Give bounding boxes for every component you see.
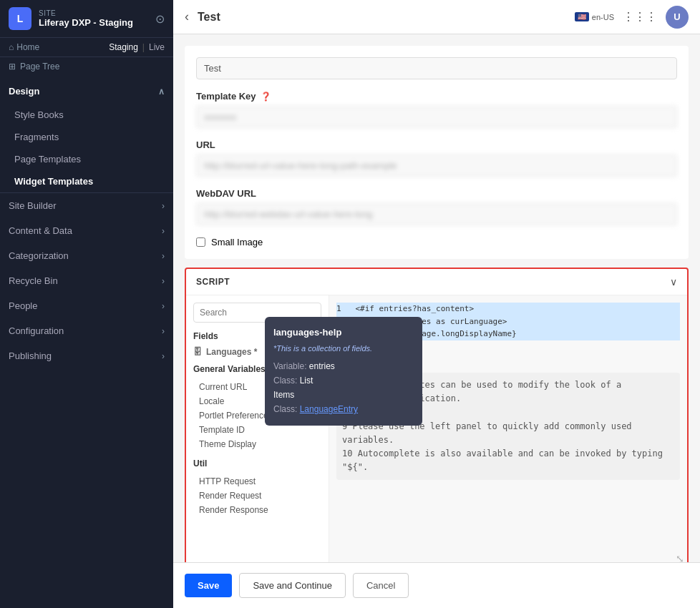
tooltip-variable-value: entries [309, 361, 335, 371]
avatar[interactable]: U [666, 6, 689, 29]
site-name: Liferay DXP - Staging [39, 17, 148, 28]
util-section: Util HTTP Request Render Request Render … [193, 459, 321, 517]
sidebar-item-recycle-bin[interactable]: Recycle Bin › [0, 268, 173, 293]
sidebar-item-fragments[interactable]: Fragments [0, 126, 173, 148]
small-image-label: Small Image [211, 237, 263, 247]
tooltip-class-value: List [300, 376, 313, 386]
template-key-input[interactable] [196, 106, 677, 128]
small-image-row: Small Image [196, 237, 677, 247]
script-header: SCRIPT ∨ [186, 269, 687, 295]
categorization-chevron: › [162, 251, 165, 261]
sidebar-item-page-templates[interactable]: Page Templates [0, 148, 173, 170]
site-icon: L [9, 7, 31, 30]
util-render-request[interactable]: Render Request [193, 489, 321, 503]
sidebar-header: L SITE Liferay DXP - Staging ⊙ [0, 0, 173, 38]
page-title: Test [198, 11, 220, 24]
tooltip-items-label: Items [273, 390, 294, 400]
tooltip-popup: languages-help *This is a collection of … [265, 317, 422, 426]
tooltip-items-row: Items [273, 388, 414, 401]
cancel-button[interactable]: Cancel [353, 573, 409, 598]
locale-flag[interactable]: 🇺🇸 en-US [575, 12, 614, 21]
template-key-label: Template Key ❓ [196, 91, 677, 102]
recycle-bin-chevron: › [162, 276, 165, 286]
staging-links: Staging | Live [109, 42, 165, 52]
site-builder-chevron: › [162, 201, 165, 211]
save-continue-button[interactable]: Save and Continue [239, 573, 346, 598]
content-data-chevron: › [162, 226, 165, 236]
webdav-group: WebDAV URL [196, 188, 677, 225]
resize-handle[interactable]: ⤡ [676, 553, 684, 562]
content-area: Template Key ❓ URL WebDAV URL Small Imag… [173, 34, 700, 562]
small-image-checkbox[interactable] [196, 237, 205, 247]
script-left-panel: Fields 🗄 Languages * General Variables C… [186, 295, 329, 562]
design-section: Design ∧ Style Books Fragments Page Temp… [0, 79, 173, 193]
sidebar-item-site-builder[interactable]: Site Builder › [0, 193, 173, 218]
people-chevron: › [162, 301, 165, 311]
editor-line-1: 1 <#if entries?has_content> [336, 303, 680, 315]
site-info: SITE Liferay DXP - Staging [39, 9, 148, 28]
live-link[interactable]: Live [149, 42, 165, 52]
topbar-right: 🇺🇸 en-US ⋮⋮⋮ U [575, 6, 689, 29]
general-var-theme-display[interactable]: Theme Display [193, 437, 321, 451]
script-section: SCRIPT ∨ Fields 🗄 Languages * General Va… [185, 268, 689, 562]
topbar: ‹ Test 🇺🇸 en-US ⋮⋮⋮ U [173, 0, 700, 34]
tooltip-variable-label: Variable: [273, 361, 306, 371]
page-tree-label: Page Tree [20, 62, 59, 72]
tooltip-class-label: Class: [273, 376, 297, 386]
home-label: Home [16, 42, 39, 52]
webdav-input[interactable] [196, 203, 677, 225]
tooltip-items-class-row: Class: LanguageEntry [273, 403, 414, 416]
util-render-response[interactable]: Render Response [193, 503, 321, 517]
staging-bar: ⌂ Home Staging | Live [0, 38, 173, 57]
sidebar-item-categorization[interactable]: Categorization › [0, 243, 173, 268]
script-collapse-icon[interactable]: ∨ [670, 276, 677, 288]
site-label: SITE [39, 9, 148, 17]
util-http-request[interactable]: HTTP Request [193, 474, 321, 489]
util-title: Util [193, 459, 321, 469]
template-name-group [196, 57, 677, 79]
database-icon: 🗄 [193, 347, 202, 357]
tooltip-title: languages-help [273, 325, 414, 340]
page-tree-icon: ⊞ [9, 62, 16, 72]
webdav-label: WebDAV URL [196, 188, 677, 199]
tooltip-items-class-label: Class: [273, 404, 297, 414]
info-icon[interactable]: ⊙ [155, 12, 165, 26]
back-button[interactable]: ‹ [185, 9, 189, 24]
publishing-chevron: › [162, 351, 165, 361]
template-key-help-icon[interactable]: ❓ [261, 92, 271, 102]
home-icon: ⌂ [9, 42, 14, 52]
sidebar-item-people[interactable]: People › [0, 293, 173, 318]
save-button[interactable]: Save [185, 574, 232, 597]
home-link[interactable]: ⌂ Home [9, 42, 39, 52]
script-section-label: SCRIPT [196, 277, 230, 287]
sidebar-item-configuration[interactable]: Configuration › [0, 318, 173, 343]
sidebar-item-widget-templates[interactable]: Widget Templates [0, 170, 173, 192]
sidebar: L SITE Liferay DXP - Staging ⊙ ⌂ Home St… [0, 0, 173, 608]
grid-icon[interactable]: ⋮⋮⋮ [623, 10, 657, 24]
tooltip-subtitle: *This is a collection of fields. [273, 343, 414, 355]
template-key-group: Template Key ❓ [196, 91, 677, 128]
footer: Save Save and Continue Cancel [173, 562, 700, 608]
url-group: URL [196, 139, 677, 177]
url-label: URL [196, 139, 677, 150]
script-body: Fields 🗄 Languages * General Variables C… [186, 295, 687, 562]
main-content: ‹ Test 🇺🇸 en-US ⋮⋮⋮ U Template Key ❓ [173, 0, 700, 608]
sidebar-item-style-books[interactable]: Style Books [0, 104, 173, 126]
design-header[interactable]: Design ∧ [0, 79, 173, 104]
configuration-chevron: › [162, 326, 165, 336]
design-label: Design [9, 86, 39, 97]
sidebar-item-content-data[interactable]: Content & Data › [0, 218, 173, 243]
sidebar-item-publishing[interactable]: Publishing › [0, 343, 173, 368]
template-name-input[interactable] [196, 57, 677, 79]
tooltip-class-row: Class: List [273, 374, 414, 387]
page-tree-link[interactable]: ⊞ Page Tree [0, 57, 173, 79]
template-name-section: Template Key ❓ URL WebDAV URL Small Imag… [185, 46, 689, 259]
staging-link[interactable]: Staging [109, 42, 138, 52]
tooltip-items-class-value[interactable]: LanguageEntry [300, 404, 358, 414]
design-chevron: ∧ [158, 87, 165, 97]
url-input[interactable] [196, 155, 677, 177]
tooltip-variable-row: Variable: entries [273, 360, 414, 373]
